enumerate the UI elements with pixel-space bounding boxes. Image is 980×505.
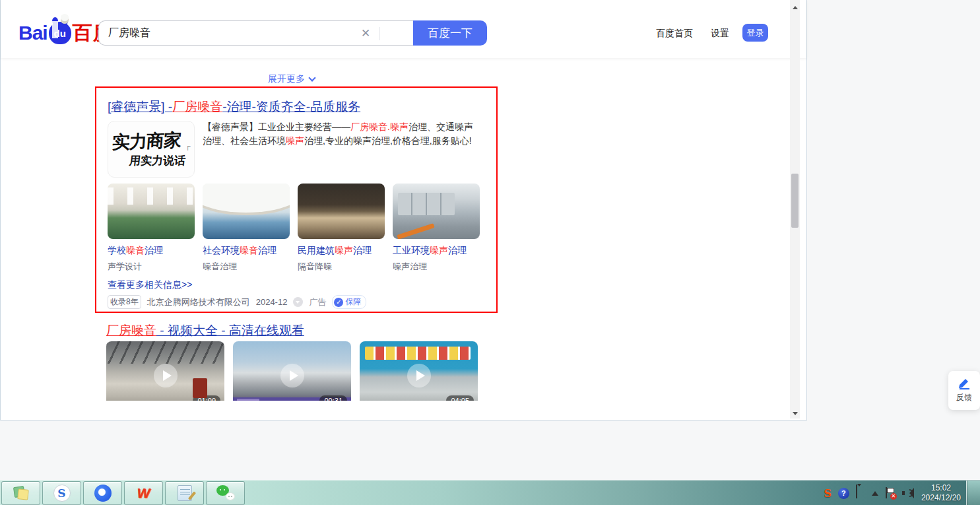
ad-description: 【睿德声景】工业企业主要经营——厂房噪音.噪声治理、交通噪声治理、社会生活环境噪… [203, 120, 476, 148]
baidu-paw-icon: du [49, 22, 71, 44]
search-box: ✕ [98, 20, 413, 46]
scroll-down-arrow[interactable] [790, 408, 800, 419]
nav-settings[interactable]: 设置 [711, 28, 729, 40]
play-icon [154, 364, 178, 387]
search-divider [379, 27, 380, 40]
tray-help-icon[interactable]: ? [838, 488, 849, 499]
ad-sublink-cards: 学校噪音治理 声学设计 社会环境噪音治理 噪音治理 民用建筑噪声治理 隔音降噪 … [108, 184, 480, 273]
taskbar-sogou-browser-button[interactable]: S [42, 481, 81, 505]
ad-footer: 收录8年 北京企腾网络技术有限公司 2024-12 广告 ✓ 保障 [108, 295, 366, 309]
nav-baidu-home[interactable]: 百度首页 [656, 28, 693, 40]
advertiser-name: 北京企腾网络技术有限公司 [147, 296, 250, 308]
baidu-search-button[interactable]: 百度一下 [413, 20, 487, 46]
browser-window: Bai du 百度 ✕ 百度一下 百度首页 设置 登录 展开更多 [ [0, 0, 807, 421]
clock-date: 2024/12/20 [921, 493, 961, 503]
taskbar-notepad-button[interactable] [165, 481, 204, 505]
scrollbar-thumb[interactable] [791, 174, 799, 228]
tray-window-restore-icon[interactable] [856, 487, 865, 500]
show-desktop-button[interactable] [966, 481, 980, 505]
ad-card-image [393, 184, 480, 239]
login-button[interactable]: 登录 [742, 24, 768, 42]
ad-card-civil[interactable]: 民用建筑噪声治理 隔音降噪 [298, 184, 385, 273]
search-header: Bai du 百度 ✕ 百度一下 百度首页 设置 登录 [1, 0, 806, 58]
sogou-browser-icon: S [53, 485, 71, 502]
ad-card-image [108, 184, 195, 239]
ad-card-image [203, 184, 290, 239]
video-duration: 01:09 [193, 395, 220, 401]
ad-card-school[interactable]: 学校噪音治理 声学设计 [108, 184, 195, 273]
result-options-icon[interactable] [293, 297, 303, 307]
ad-card-social[interactable]: 社会环境噪音治理 噪音治理 [203, 184, 290, 273]
play-icon [280, 364, 304, 387]
taskbar-wechat-button[interactable] [206, 481, 245, 505]
action-center-flag-icon[interactable]: ✕ [885, 487, 896, 499]
browser-icon [94, 485, 112, 502]
check-icon: ✓ [334, 298, 343, 307]
video-result-title[interactable]: 厂房噪音 - 视频大全 - 高清在线观看 [106, 322, 304, 339]
clock-time: 15:02 [921, 483, 961, 493]
wps-office-icon: W [137, 485, 150, 501]
system-tray: S ? ✕ 15:02 2024/12/20 [820, 481, 980, 505]
logo-text-bai: Bai [18, 22, 48, 44]
pencil-icon [948, 376, 980, 389]
chevron-down-icon [308, 74, 315, 81]
volume-icon[interactable] [902, 488, 914, 498]
notepad-icon [178, 485, 192, 501]
video-duration: 04:05 [446, 395, 474, 401]
taskbar-wps-button[interactable]: W [124, 481, 163, 505]
taskbar-blue-browser-button[interactable] [83, 481, 122, 505]
ad-card-image [298, 184, 385, 239]
desktop-manager-icon [13, 485, 30, 501]
ad-brand-image[interactable]: 实力商家 「 用实力说话 [108, 121, 195, 178]
video-thumbnail[interactable]: 04:05 [360, 341, 478, 401]
video-thumbnail[interactable]: 01:09 [106, 341, 224, 401]
taskbar-clock[interactable]: 15:02 2024/12/20 [921, 483, 961, 503]
taskbar-desktop-manager-button[interactable] [1, 481, 40, 505]
windows-taskbar: S W S ? ✕ 15:02 [0, 480, 980, 505]
search-input[interactable] [99, 21, 360, 45]
expand-more-link[interactable]: 展开更多 [268, 73, 315, 85]
play-icon [407, 364, 431, 387]
ad-date: 2024-12 [256, 297, 288, 307]
ad-card-industrial[interactable]: 工业环境噪声治理 噪声治理 [393, 184, 480, 273]
feedback-button[interactable]: 反馈 [948, 371, 980, 410]
scroll-up-arrow[interactable] [790, 0, 800, 11]
ad-result-annotation-box: [睿德声景] -厂房噪音-治理-资质齐全-品质服务 实力商家 「 用实力说话 【… [95, 86, 498, 313]
wechat-icon [216, 485, 235, 501]
more-info-link[interactable]: 查看更多相关信息>> [108, 279, 192, 291]
video-thumbnail[interactable]: 00:31 [233, 341, 351, 401]
clear-search-icon[interactable]: ✕ [359, 27, 372, 40]
video-thumbnails-row: 01:09 00:31 04:05 [106, 341, 478, 401]
tray-sogou-icon[interactable]: S [824, 487, 832, 500]
ad-result-title[interactable]: [睿德声景] -厂房噪音-治理-资质齐全-品质服务 [108, 98, 360, 116]
show-hidden-icons-arrow[interactable] [872, 488, 878, 496]
guarantee-badge[interactable]: ✓ 保障 [332, 295, 366, 309]
video-duration: 00:31 [319, 395, 347, 401]
ad-label: 广告 [309, 296, 326, 308]
page-scrollbar[interactable] [790, 0, 800, 419]
indexed-years-badge: 收录8年 [108, 295, 141, 309]
